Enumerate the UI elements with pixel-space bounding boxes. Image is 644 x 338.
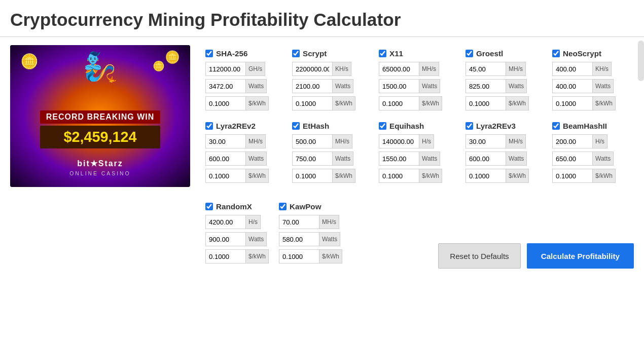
algo-power-input-equihash[interactable]: [379, 152, 419, 166]
algo-power-input-randomx[interactable]: [205, 232, 246, 246]
algo-power-row-scrypt: Watts: [292, 79, 369, 93]
algo-cost-input-equihash[interactable]: [379, 169, 419, 183]
algo-block-groestl: GroestlMH/sWatts$/kWh: [460, 45, 547, 118]
algo-cost-input-groestl[interactable]: [466, 96, 506, 110]
algo-power-unit-ethash: Watts: [333, 152, 353, 166]
algo-block-ethash: EtHashMH/sWatts$/kWh: [287, 118, 374, 190]
algo-hashrate-input-kawpow[interactable]: [279, 215, 319, 229]
algo-power-row-sha256: Watts: [205, 79, 282, 93]
algo-cost-row-kawpow: $/kWh: [279, 249, 342, 264]
algo-power-input-groestl[interactable]: [466, 79, 506, 93]
algo-checkbox-ethash[interactable]: [292, 122, 300, 130]
algo-cost-input-lyra2rev3[interactable]: [466, 169, 506, 183]
algo-checkbox-scrypt[interactable]: [292, 50, 300, 57]
algo-checkbox-groestl[interactable]: [466, 50, 473, 57]
ad-sublabel: ONLINE CASINO: [69, 171, 130, 176]
algo-header-kawpow: KawPow: [279, 202, 342, 211]
algo-power-input-neoscrypt[interactable]: [552, 79, 593, 93]
algo-power-input-beamhashii[interactable]: [552, 152, 593, 166]
algo-hashrate-input-sha256[interactable]: [205, 62, 246, 76]
algo-power-input-scrypt[interactable]: [292, 79, 333, 93]
algo-power-input-ethash[interactable]: [292, 152, 333, 166]
algo-hashrate-row-groestl: MH/s: [466, 62, 542, 76]
algo-cost-input-kawpow[interactable]: [279, 249, 319, 264]
algo-power-row-neoscrypt: Watts: [552, 79, 629, 93]
coin-left: 🪙: [20, 53, 39, 70]
algo-hashrate-input-scrypt[interactable]: [292, 62, 333, 76]
algo-cost-unit-neoscrypt: $/kWh: [593, 96, 616, 110]
algo-hashrate-input-lyra2rev3[interactable]: [466, 134, 506, 148]
algo-power-input-sha256[interactable]: [205, 79, 246, 93]
algo-hashrate-input-equihash[interactable]: [379, 134, 419, 148]
algo-checkbox-sha256[interactable]: [205, 50, 213, 57]
algo-cost-input-lyra2rev2[interactable]: [205, 169, 246, 183]
algo-power-input-lyra2rev2[interactable]: [205, 152, 246, 166]
algo-checkbox-lyra2rev3[interactable]: [466, 122, 473, 130]
algo-hashrate-input-groestl[interactable]: [466, 62, 506, 76]
algo-hashrate-unit-scrypt: KH/s: [333, 62, 351, 76]
algorithms-grid: SHA-256GH/sWatts$/kWhScryptKH/sWatts$/kW…: [200, 45, 634, 190]
algo-block-randomx: RandomXH/sWatts$/kWh: [200, 198, 274, 271]
algo-cost-input-sha256[interactable]: [205, 96, 246, 110]
algo-cost-input-scrypt[interactable]: [292, 96, 333, 110]
algo-hashrate-row-kawpow: MH/s: [279, 215, 342, 229]
algo-checkbox-kawpow[interactable]: [279, 203, 287, 210]
algo-hashrate-input-lyra2rev2[interactable]: [205, 134, 246, 148]
algo-power-unit-groestl: Watts: [506, 79, 527, 93]
algo-cost-input-neoscrypt[interactable]: [552, 96, 593, 110]
algo-block-neoscrypt: NeoScryptKH/sWatts$/kWh: [547, 45, 634, 118]
algo-hashrate-input-x11[interactable]: [379, 62, 419, 76]
algo-checkbox-equihash[interactable]: [379, 122, 386, 130]
algo-cost-input-randomx[interactable]: [205, 249, 246, 264]
algo-hashrate-row-neoscrypt: KH/s: [552, 62, 629, 76]
bottom-buttons: Reset to Defaults Calculate Profitabilit…: [357, 198, 634, 271]
algo-power-input-lyra2rev3[interactable]: [466, 152, 506, 166]
algo-cost-unit-lyra2rev3: $/kWh: [506, 169, 529, 183]
algo-checkbox-beamhashii[interactable]: [552, 122, 560, 130]
algo-power-unit-randomx: Watts: [246, 232, 267, 246]
algo-cost-input-ethash[interactable]: [292, 169, 333, 183]
algo-checkbox-x11[interactable]: [379, 50, 386, 57]
algo-hashrate-input-beamhashii[interactable]: [552, 134, 593, 148]
algo-hashrate-input-ethash[interactable]: [292, 134, 333, 148]
algo-hashrate-row-x11: MH/s: [379, 62, 455, 76]
algo-cost-row-ethash: $/kWh: [292, 169, 369, 183]
algo-header-lyra2rev3: Lyra2REv3: [466, 122, 542, 130]
algo-power-row-lyra2rev3: Watts: [466, 152, 542, 166]
algo-checkbox-lyra2rev2[interactable]: [205, 122, 213, 130]
algo-hashrate-unit-ethash: MH/s: [333, 134, 352, 148]
algo-header-x11: X11: [379, 49, 455, 58]
calculate-button[interactable]: Calculate Profitability: [527, 243, 634, 269]
algo-name-beamhashii: BeamHashII: [563, 122, 607, 130]
algo-header-scrypt: Scrypt: [292, 49, 369, 58]
reset-button[interactable]: Reset to Defaults: [438, 243, 521, 269]
algo-header-randomx: RandomX: [205, 202, 269, 211]
algo-checkbox-randomx[interactable]: [205, 203, 213, 210]
algo-hashrate-input-neoscrypt[interactable]: [552, 62, 593, 76]
algo-cost-input-beamhashii[interactable]: [552, 169, 593, 183]
algo-power-unit-neoscrypt: Watts: [593, 79, 614, 93]
scrollbar[interactable]: [638, 41, 644, 81]
algo-power-input-kawpow[interactable]: [279, 232, 319, 246]
algo-block-equihash: EquihashH/sWatts$/kWh: [374, 118, 460, 190]
algo-hashrate-input-randomx[interactable]: [205, 215, 246, 229]
algo-power-unit-lyra2rev3: Watts: [506, 152, 527, 166]
algo-cost-row-randomx: $/kWh: [205, 249, 269, 264]
algo-cost-unit-sha256: $/kWh: [246, 96, 269, 110]
algo-hashrate-row-scrypt: KH/s: [292, 62, 369, 76]
algo-header-beamhashii: BeamHashII: [552, 122, 629, 130]
algo-cost-input-x11[interactable]: [379, 96, 419, 110]
algo-power-input-x11[interactable]: [379, 79, 419, 93]
algo-name-randomx: RandomX: [216, 202, 252, 211]
algo-hashrate-unit-kawpow: MH/s: [319, 215, 339, 229]
algo-block-sha256: SHA-256GH/sWatts$/kWh: [200, 45, 287, 118]
algo-checkbox-neoscrypt[interactable]: [552, 50, 560, 57]
algo-hashrate-row-randomx: H/s: [205, 215, 269, 229]
algo-cost-unit-scrypt: $/kWh: [333, 96, 355, 110]
algo-header-groestl: Groestl: [466, 49, 542, 58]
algo-name-kawpow: KawPow: [290, 202, 321, 211]
algo-header-sha256: SHA-256: [205, 49, 282, 58]
ad-banner[interactable]: 🧞 🪙 🪙 🪙 RECORD BREAKING WIN $2,459,124 b…: [10, 45, 190, 187]
ad-amount: $2,459,124: [63, 129, 136, 145]
algo-hashrate-row-sha256: GH/s: [205, 62, 282, 76]
